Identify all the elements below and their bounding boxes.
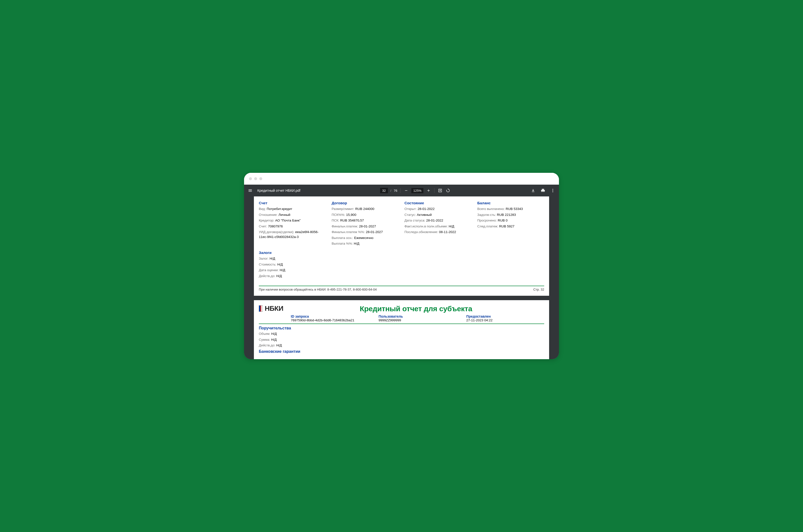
section-status: Состояние Открыт: 28-01-2022 Статус: Акт…	[404, 201, 471, 247]
value: RUB 354870,57	[340, 218, 364, 222]
browser-window: Кредитный отчет НБКИ.pdf / 76 125%	[244, 173, 559, 359]
traffic-light-zoom[interactable]	[259, 177, 262, 180]
menu-icon[interactable]	[248, 188, 253, 193]
report-header: НБКИ Кредитный отчет для субъекта	[259, 305, 544, 313]
label: Сумма:	[259, 338, 270, 341]
value: RUB 221283	[497, 213, 516, 216]
label: Финальн.платеж %%:	[332, 230, 365, 234]
pledges-title: Залоги	[259, 250, 544, 255]
footer-contact: При наличии вопросов обращайтесь в НБКИ:…	[259, 288, 377, 291]
balance-title: Баланс	[477, 201, 544, 205]
value: 08-11-2022	[439, 230, 456, 234]
value: АО "Почта Банк"	[275, 218, 301, 222]
status-title: Состояние	[404, 201, 471, 205]
report-meta: ID запроса 7697590d-8bbd-4d2b-8dd6-71648…	[259, 315, 544, 322]
section-contract: Договор Размер/лимит: RUB 244000 ПСК%%: …	[332, 201, 399, 247]
toolbar-divider	[434, 188, 435, 193]
svg-point-2	[552, 190, 553, 191]
page-footer: При наличии вопросов обращайтесь в НБКИ:…	[259, 286, 544, 291]
label: Залог:	[259, 256, 269, 260]
label: Дата статуса:	[404, 218, 425, 222]
label: Просрочено:	[477, 218, 497, 222]
value: Н/Д	[280, 268, 286, 272]
page-total: 76	[394, 189, 397, 192]
zoom-in-button[interactable]	[426, 188, 431, 193]
footer-page-number: Стр. 32	[533, 288, 544, 291]
value: Н/Д	[270, 256, 275, 260]
more-icon[interactable]	[550, 188, 555, 193]
download-icon[interactable]	[530, 188, 536, 193]
section-surety: Поручительства Объем: Н/Д Сумма: Н/Д Дей…	[259, 326, 544, 348]
label: Действ.до:	[259, 274, 275, 278]
label: Выплата %%:	[332, 242, 353, 245]
zoom-out-button[interactable]	[403, 188, 409, 193]
toolbar-divider	[400, 188, 401, 193]
traffic-light-close[interactable]	[249, 177, 252, 180]
value: Н/Д	[277, 263, 283, 266]
label: Счет:	[259, 225, 267, 228]
logo-text: НБКИ	[265, 305, 284, 312]
label: УИД договора(сделки):	[259, 230, 294, 234]
label: Действ.до:	[259, 343, 275, 347]
label: Выплата осн.:	[332, 236, 353, 240]
value: Н/Д	[276, 274, 282, 278]
svg-point-1	[552, 189, 553, 190]
label: Стоимость:	[259, 263, 276, 266]
pdf-viewer: Кредитный отчет НБКИ.pdf / 76 125%	[244, 185, 559, 359]
pdf-page-32: Счет Вид: Потребит.кредит Отношение: Лич…	[254, 196, 549, 296]
label: Статус:	[404, 213, 416, 216]
label: Дата оценки:	[259, 268, 279, 272]
value: Н/Д	[271, 332, 277, 336]
value: 28-01-2027	[359, 225, 376, 228]
value: Н/Д	[354, 242, 360, 245]
report-title: Кредитный отчет для субъекта	[288, 305, 544, 313]
value: 15,900	[346, 213, 356, 216]
section-pledges: Залоги Залог: Н/Д Стоимость: Н/Д Дата оц…	[259, 250, 544, 278]
label: Задолж-сть:	[477, 213, 496, 216]
label: Финальн.платеж:	[332, 225, 358, 228]
meta-value: 9999ZZ999999	[379, 318, 457, 322]
pdf-toolbar: Кредитный отчет НБКИ.pdf / 76 125%	[244, 185, 559, 196]
label: Открыт:	[404, 207, 417, 211]
pdf-pages-container[interactable]: Счет Вид: Потребит.кредит Отношение: Лич…	[244, 196, 559, 359]
value: Личный	[278, 213, 290, 216]
rotate-icon[interactable]	[445, 188, 451, 193]
value: RUB 5927	[499, 225, 514, 228]
value: Н/Д	[449, 225, 454, 228]
value: Потребит.кредит	[267, 207, 292, 211]
account-title: Счет	[259, 201, 326, 205]
label: Размер/лимит:	[332, 207, 354, 211]
label: Последн.обновление:	[404, 230, 438, 234]
zoom-level: 125%	[411, 188, 423, 193]
meta-value: 27-11-2023 04:22	[466, 318, 544, 322]
label: Отношение:	[259, 213, 277, 216]
label: Вид:	[259, 207, 266, 211]
bank-guarantees-title: Банковские гарантии	[259, 349, 544, 354]
page-separator: /	[390, 189, 391, 192]
meta-label: ID запроса	[291, 315, 369, 318]
meta-label: Предоставлен	[466, 315, 544, 318]
section-balance: Баланс Всего выплачено: RUB 53343 Задолж…	[477, 201, 544, 247]
section-account: Счет Вид: Потребит.кредит Отношение: Лич…	[259, 201, 326, 247]
traffic-light-minimize[interactable]	[254, 177, 257, 180]
label: След.платеж:	[477, 225, 498, 228]
value: 28-01-2022	[418, 207, 435, 211]
label: Всего выплачено:	[477, 207, 505, 211]
value: RUB 53343	[506, 207, 523, 211]
label: Объем:	[259, 332, 270, 336]
value: Ежемесячно	[354, 236, 373, 240]
value: RUB 0	[498, 218, 508, 222]
meta-value: 7697590d-8bbd-4d2b-8dd6-716483b2ba21	[291, 318, 369, 322]
label: Факт.исполн.в полн.объеме:	[404, 225, 448, 228]
svg-point-3	[552, 191, 553, 192]
divider	[259, 324, 544, 324]
value: Н/Д	[276, 343, 282, 347]
page-number-input[interactable]	[380, 188, 388, 193]
print-icon[interactable]	[540, 188, 546, 193]
value: 28-01-2027	[366, 230, 383, 234]
label: Кредитор:	[259, 218, 274, 222]
document-filename: Кредитный отчет НБКИ.pdf	[257, 189, 300, 192]
meta-label: Пользователь	[379, 315, 457, 318]
fit-page-icon[interactable]	[437, 188, 443, 193]
flag-icon	[259, 305, 263, 312]
